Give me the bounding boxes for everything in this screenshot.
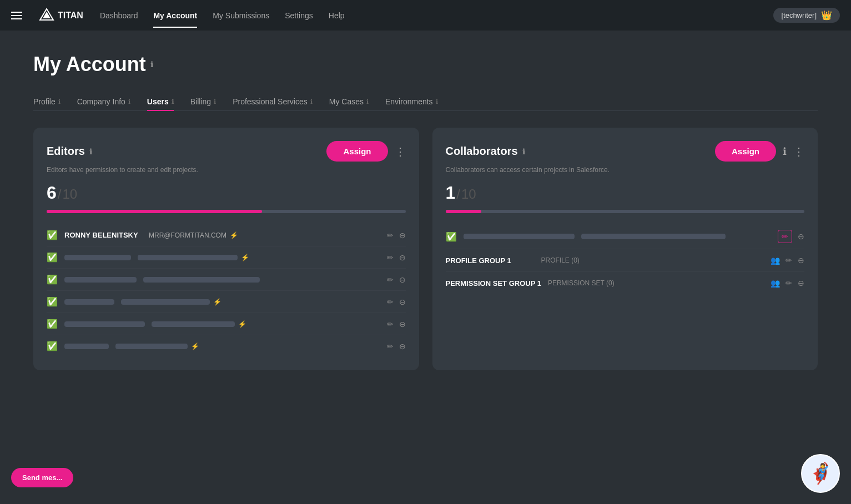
tab-profile-info-icon: ℹ xyxy=(58,98,61,105)
collab-user-row-actions: ✏ ⊖ xyxy=(778,230,804,243)
page-title-row: My Account ℹ xyxy=(33,53,818,76)
group-remove-icon[interactable]: ⊖ xyxy=(798,279,804,288)
collaborators-header-right: Assign ℹ ⋮ xyxy=(715,141,804,162)
user-email-redacted xyxy=(152,321,235,327)
user-name-redacted xyxy=(64,255,131,260)
mascot-avatar: 🦸 xyxy=(808,462,833,485)
main-content: My Account ℹ Profile ℹ Company Info ℹ Us… xyxy=(0,31,851,392)
group-people-icon[interactable]: 👥 xyxy=(771,256,780,265)
edit-icon[interactable]: ✏ xyxy=(387,342,394,351)
support-chat-button[interactable]: Send mes... xyxy=(11,468,73,487)
group-type: PROFILE (0) xyxy=(541,256,764,264)
editors-more-icon[interactable]: ⋮ xyxy=(395,145,406,158)
user-name-redacted xyxy=(64,344,109,349)
editors-card: Editors ℹ Assign ⋮ Editors have permissi… xyxy=(33,128,419,370)
collaborators-more-icon[interactable]: ⋮ xyxy=(793,145,804,158)
editors-usage-total: 10 xyxy=(62,187,77,202)
group-actions: 👥 ✏ ⊖ xyxy=(771,279,804,288)
user-email: ⚡ xyxy=(152,320,380,328)
tab-environments[interactable]: Environments ℹ xyxy=(385,93,438,110)
table-row: ✅ ✏ ⊖ xyxy=(446,224,805,249)
nav-item-my-submissions[interactable]: My Submissions xyxy=(213,9,269,22)
nav-item-settings[interactable]: Settings xyxy=(285,9,313,22)
tab-users[interactable]: Users ℹ xyxy=(147,93,174,110)
remove-icon[interactable]: ⊖ xyxy=(399,298,406,306)
collaborators-progress-bar xyxy=(446,210,805,213)
user-row-actions: ✏ ⊖ xyxy=(387,231,406,240)
editors-assign-button[interactable]: Assign xyxy=(326,141,387,162)
navbar-logo: TITAN xyxy=(39,8,83,23)
tab-my-cases-info-icon: ℹ xyxy=(366,98,369,105)
editors-progress-fill xyxy=(47,210,262,213)
user-row-actions: ✏ ⊖ xyxy=(387,275,406,284)
collab-remove-icon[interactable]: ⊖ xyxy=(798,232,804,241)
crown-icon: 👑 xyxy=(821,10,832,21)
table-row: ✅ ⚡ ✏ ⊖ xyxy=(47,335,406,357)
user-row-actions: ✏ ⊖ xyxy=(387,320,406,329)
user-name: RONNY BELENITSKY xyxy=(64,231,142,239)
page-title-info-icon[interactable]: ℹ xyxy=(150,60,153,69)
group-remove-icon[interactable]: ⊖ xyxy=(798,256,804,265)
lightning-icon: ⚡ xyxy=(241,254,249,261)
edit-icon[interactable]: ✏ xyxy=(387,231,394,240)
tab-professional-services[interactable]: Professional Services ℹ xyxy=(233,93,313,110)
table-row: ✅ RONNY BELENITSKY MRR@FORMTITAN.COM ⚡ ✏… xyxy=(47,224,406,246)
lightning-icon: ⚡ xyxy=(230,231,238,239)
remove-icon[interactable]: ⊖ xyxy=(399,342,406,351)
collaborators-info-icon[interactable]: ℹ xyxy=(522,147,525,156)
remove-icon[interactable]: ⊖ xyxy=(399,253,406,262)
user-active-icon: ✅ xyxy=(47,319,58,329)
nav-item-dashboard[interactable]: Dashboard xyxy=(100,9,138,22)
group-people-icon[interactable]: 👥 xyxy=(771,279,780,288)
table-row: ✅ ⚡ ✏ ⊖ xyxy=(47,246,406,269)
lightning-icon: ⚡ xyxy=(213,298,221,306)
navbar-nav: Dashboard My Account My Submissions Sett… xyxy=(100,9,757,22)
tab-environments-info-icon: ℹ xyxy=(436,98,438,105)
user-badge[interactable]: [techwriter] 👑 xyxy=(773,8,840,23)
editors-description: Editors have permission to create and ed… xyxy=(47,166,406,174)
user-name-redacted xyxy=(64,299,114,305)
table-row: ✅ ✏ ⊖ xyxy=(47,269,406,291)
user-row-actions: ✏ ⊖ xyxy=(387,253,406,262)
group-name: PROFILE GROUP 1 xyxy=(446,256,535,265)
user-email-redacted xyxy=(121,299,210,305)
tabs: Profile ℹ Company Info ℹ Users ℹ Billing… xyxy=(33,93,818,111)
edit-icon[interactable]: ✏ xyxy=(387,275,394,284)
edit-icon[interactable]: ✏ xyxy=(387,253,394,262)
collaborators-usage-current: 1 xyxy=(446,183,456,203)
collaborators-usage-total: 10 xyxy=(461,187,476,202)
remove-icon[interactable]: ⊖ xyxy=(399,320,406,329)
collaborators-usage-slash: / xyxy=(456,187,460,202)
collaborators-header-info-icon[interactable]: ℹ xyxy=(783,145,787,158)
user-email: ⚡ xyxy=(138,254,380,261)
user-email-redacted xyxy=(138,255,238,260)
group-actions: 👥 ✏ ⊖ xyxy=(771,256,804,265)
group-edit-icon[interactable]: ✏ xyxy=(785,279,792,288)
edit-icon[interactable]: ✏ xyxy=(387,320,394,329)
hamburger-menu[interactable] xyxy=(11,12,22,19)
page-title: My Account xyxy=(33,53,146,76)
table-row: ✅ ⚡ ✏ ⊖ xyxy=(47,313,406,335)
editors-card-header: Editors ℹ Assign ⋮ xyxy=(47,141,406,162)
remove-icon[interactable]: ⊖ xyxy=(399,275,406,284)
collaborators-assign-button[interactable]: Assign xyxy=(715,141,776,162)
collaborators-card: Collaborators ℹ Assign ℹ ⋮ Collaborators… xyxy=(432,128,818,370)
editors-usage: 6 / 10 xyxy=(47,183,406,203)
nav-item-my-account[interactable]: My Account xyxy=(153,9,197,22)
tab-profile[interactable]: Profile ℹ xyxy=(33,93,61,110)
navbar-brand-name: TITAN xyxy=(58,11,83,21)
tab-billing[interactable]: Billing ℹ xyxy=(190,93,216,110)
collab-user-email-redacted xyxy=(581,234,726,239)
tab-company-info[interactable]: Company Info ℹ xyxy=(77,93,130,110)
tab-my-cases[interactable]: My Cases ℹ xyxy=(329,93,369,110)
support-mascot[interactable]: 🦸 xyxy=(801,454,840,493)
nav-item-help[interactable]: Help xyxy=(329,9,345,22)
editors-info-icon[interactable]: ℹ xyxy=(89,147,92,156)
group-edit-icon[interactable]: ✏ xyxy=(785,256,792,265)
user-email-redacted xyxy=(143,277,260,283)
remove-icon[interactable]: ⊖ xyxy=(399,231,406,240)
editors-progress-bar xyxy=(47,210,406,213)
edit-icon[interactable]: ✏ xyxy=(387,298,394,306)
collab-edit-highlighted-icon[interactable]: ✏ xyxy=(778,230,792,243)
navbar: TITAN Dashboard My Account My Submission… xyxy=(0,0,851,31)
